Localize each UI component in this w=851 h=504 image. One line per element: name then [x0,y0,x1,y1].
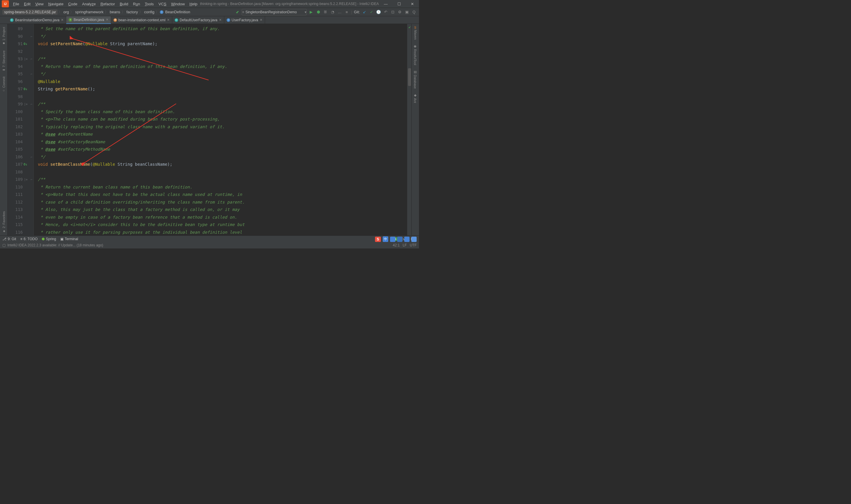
crumb-cfg[interactable]: config [144,10,155,14]
run-config-select[interactable]: ≡ SingletonBeanRegistrationDemo ▾ [242,9,307,15]
build-icon[interactable]: ⬋ [235,10,240,15]
coverage-icon[interactable]: ⛨ [323,10,328,15]
menu-refactor[interactable]: Refactor [98,2,117,6]
code-line: */ [38,33,407,40]
tool-maven[interactable]: m Maven [414,24,417,42]
menu-run[interactable]: Run [131,2,142,6]
line-number: 101 [8,115,33,123]
debug-icon[interactable]: ⬢ [315,10,321,15]
tool-project[interactable]: ■1: Project [2,24,6,48]
close-icon[interactable]: ✕ [61,18,64,22]
tool-restful[interactable]: ◉ RestfulTool [413,42,417,67]
cursor-pos[interactable]: 42:1 [393,243,399,247]
fold-icon[interactable]: ⌐ [31,176,33,183]
tool-spring[interactable]: ⬢ Spring [42,237,56,241]
profile-icon[interactable]: ◔ [330,10,335,15]
crumb-jar[interactable]: spring-beans-5.2.2.RELEASE.jar [2,10,58,15]
menu-view[interactable]: View [33,2,46,6]
git-revert-icon[interactable]: ↶ [383,10,388,15]
close-icon[interactable]: ✕ [106,18,108,22]
fold-icon[interactable]: ⌐ [31,70,33,78]
menu-vcs[interactable]: VCS [156,2,169,6]
tool-database[interactable]: ▤ Database [413,68,417,91]
menu-file[interactable]: File [11,2,22,6]
attach-icon[interactable]: … [337,10,342,15]
tab-label: BeanDefinition.java [74,18,104,22]
menu-build[interactable]: Build [117,2,131,6]
close-icon[interactable]: ✕ [219,18,222,22]
stop-icon[interactable]: ■ [344,10,349,15]
git-history-icon[interactable]: 🕓 [376,10,381,15]
encoding[interactable]: UTF [410,243,417,247]
tab-bean-instantiation-demo[interactable]: CBeanInstantiationDemo.java✕ [8,16,66,24]
scrollbar-thumb[interactable] [408,68,411,86]
tool-ant[interactable]: ◆ Ant [413,91,417,106]
tool-structure[interactable]: ⬍7: Structure [2,48,6,74]
close-icon[interactable]: ✕ [260,18,262,22]
line-sep[interactable]: LF [403,243,407,247]
line-number: 109|≡⌐ [8,176,33,183]
override-icon[interactable]: O↓ [24,161,28,168]
titlebar: IJ File Edit View Navigate Code Analyze … [0,0,419,8]
git-update-icon[interactable]: ↙ [362,10,367,15]
doc-icon[interactable]: |≡ [24,101,28,108]
hide-tool-icon[interactable]: ▢ [2,243,6,247]
layout-icon[interactable]: ▣ [404,10,410,15]
ime-badge[interactable]: S [375,237,381,242]
error-stripe[interactable]: ✔ [407,24,411,235]
line-number: 102 [8,123,33,131]
line-number: 97O↓ [8,85,33,93]
menu-analyze[interactable]: Analyze [80,2,98,6]
code-line: * <p>Note that this does not have to be … [38,191,407,199]
tool-terminal[interactable]: ▣ Terminal [60,237,78,241]
tab-default-user-factory[interactable]: CDefaultUserFactory.java✕ [172,16,224,24]
ime-cn-icon[interactable]: 中 [383,236,388,242]
tool-todo[interactable]: ≡ 6: TODO [20,237,38,241]
tab-user-factory[interactable]: IUserFactory.java✕ [224,16,265,24]
tool-commit[interactable]: ○Commit [2,74,6,95]
ide-actions-icon[interactable]: ⊡ [390,10,395,15]
tray-icon[interactable] [397,237,402,242]
tool-git[interactable]: ⎇ 9: Git [2,237,16,241]
override-icon[interactable]: O↓ [24,85,28,93]
status-message[interactable]: IntelliJ IDEA 2022.2.3 available: // Upd… [7,243,103,247]
git-commit-icon[interactable]: ✓ [369,10,374,15]
crumb-org[interactable]: org [62,10,69,14]
close-icon[interactable]: ✕ [167,18,169,22]
tool-favorites[interactable]: ★2: Favorites [2,209,6,235]
doc-icon[interactable]: |≡ [24,55,28,63]
tray-icon[interactable] [404,237,410,242]
fold-icon[interactable]: ⌐ [31,55,33,63]
tab-bean-definition[interactable]: IBeanDefinition.java✕ [66,16,111,24]
crumb-fac[interactable]: factory [126,10,139,14]
maximize-button[interactable]: ☐ [393,0,406,8]
run-icon[interactable]: ▶ [308,10,314,15]
tray-icon[interactable] [390,237,395,242]
fold-icon[interactable]: ⌐ [31,33,33,40]
fold-icon[interactable]: ⌐ [31,101,33,108]
crumb-beans[interactable]: beans [109,10,121,14]
window-title: thinking-in-spring - BeanDefinition.java… [200,2,379,6]
crumb-bd[interactable]: BeanDefinition [165,10,191,14]
code-editor[interactable]: 89 90⌐ 91O↓ 92 93|≡⌐ 94 95⌐ 96 97O↓ 98 9… [8,24,411,235]
tray-icon[interactable] [411,237,417,242]
tab-bean-context-xml[interactable]: ⦿bean-instantiation-context.xml✕ [111,16,172,24]
menu-code[interactable]: Code [66,2,80,6]
menu-tools[interactable]: Tools [142,2,156,6]
search-icon[interactable]: ⚙ [397,10,402,15]
close-button[interactable]: ✕ [406,0,419,8]
code-line [38,93,407,101]
minimize-button[interactable]: ― [379,0,393,8]
find-icon[interactable]: Q [411,10,417,15]
fold-icon[interactable]: ⌐ [31,153,33,161]
menu-help[interactable]: Help [187,2,200,6]
crumb-sf[interactable]: springframework [74,10,104,14]
override-icon[interactable]: O↓ [24,40,28,48]
menu-window[interactable]: Window [169,2,187,6]
run-config-label: SingletonBeanRegistrationDemo [245,10,297,14]
tab-label: DefaultUserFactory.java [180,18,217,22]
doc-icon[interactable]: |≡ [24,176,28,183]
line-number: 110 [8,183,33,191]
menu-edit[interactable]: Edit [22,2,33,6]
menu-navigate[interactable]: Navigate [46,2,66,6]
